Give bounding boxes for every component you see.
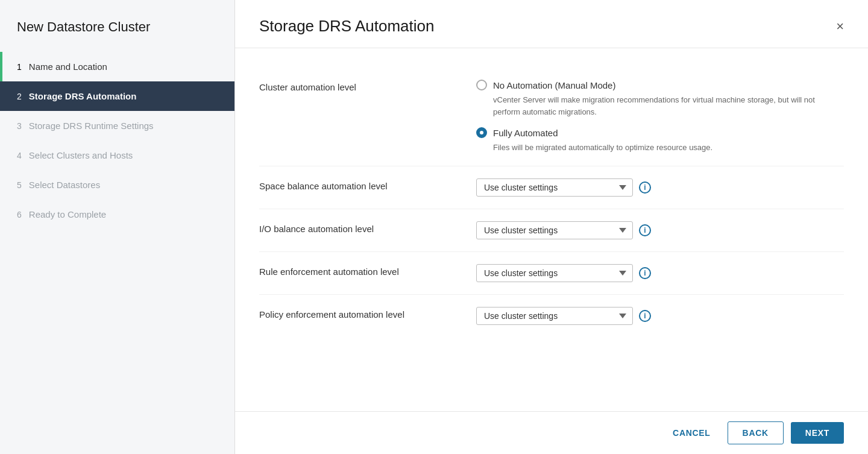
radio-option-fully-automated: Fully Automated Files will be migrated a… <box>476 127 844 154</box>
sidebar-step-6[interactable]: 6 Ready to Complete <box>0 200 234 229</box>
cancel-button[interactable]: CANCEL <box>663 422 720 444</box>
step-6-label: Ready to Complete <box>29 209 106 219</box>
sidebar-step-2[interactable]: 2 Storage DRS Automation <box>0 81 234 111</box>
space-balance-info-icon[interactable]: i <box>639 181 651 194</box>
io-balance-row: I/O balance automation level Use cluster… <box>259 209 844 252</box>
radio-label-row-fully-automated[interactable]: Fully Automated <box>476 127 844 138</box>
step-1-label: Name and Location <box>29 61 107 72</box>
cluster-automation-row: Cluster automation level No Automation (… <box>259 68 844 166</box>
io-balance-control: Use cluster settings No Automation (Manu… <box>476 221 844 239</box>
step-6-number: 6 <box>17 210 22 219</box>
io-balance-info-icon[interactable]: i <box>639 224 651 236</box>
main-panel: Storage DRS Automation × Cluster automat… <box>235 0 868 454</box>
dialog: New Datastore Cluster 1 Name and Locatio… <box>0 0 868 454</box>
policy-enforcement-control: Use cluster settings No Automation (Manu… <box>476 307 844 325</box>
step-1-number: 1 <box>17 62 22 72</box>
step-3-label: Storage DRS Runtime Settings <box>29 121 154 131</box>
radio-fully-automated[interactable] <box>476 127 487 138</box>
policy-enforcement-row: Policy enforcement automation level Use … <box>259 295 844 337</box>
main-footer: CANCEL BACK NEXT <box>235 411 868 454</box>
rule-enforcement-control: Use cluster settings No Automation (Manu… <box>476 264 844 282</box>
rule-enforcement-info-icon[interactable]: i <box>639 267 651 279</box>
space-balance-label: Space balance automation level <box>259 178 476 191</box>
step-3-number: 3 <box>17 121 22 131</box>
step-4-number: 4 <box>17 151 22 160</box>
main-title: Storage DRS Automation <box>259 17 435 36</box>
sidebar: New Datastore Cluster 1 Name and Locatio… <box>0 0 235 454</box>
space-balance-row: Space balance automation level Use clust… <box>259 166 844 209</box>
policy-enforcement-select[interactable]: Use cluster settings No Automation (Manu… <box>476 307 633 325</box>
radio-option-no-automation: No Automation (Manual Mode) vCenter Serv… <box>476 80 844 118</box>
cluster-automation-label: Cluster automation level <box>259 80 476 92</box>
radio-no-automation-desc: vCenter Server will make migration recom… <box>493 94 844 118</box>
sidebar-title: New Datastore Cluster <box>0 0 234 52</box>
policy-enforcement-info-icon[interactable]: i <box>639 310 651 322</box>
main-header: Storage DRS Automation × <box>235 0 868 48</box>
step-2-number: 2 <box>17 92 22 101</box>
next-button[interactable]: NEXT <box>791 422 844 444</box>
sidebar-step-4[interactable]: 4 Select Clusters and Hosts <box>0 140 234 170</box>
sidebar-steps: 1 Name and Location 2 Storage DRS Automa… <box>0 52 234 454</box>
main-body: Cluster automation level No Automation (… <box>235 48 868 411</box>
radio-label-row-no-automation[interactable]: No Automation (Manual Mode) <box>476 80 844 90</box>
io-balance-label: I/O balance automation level <box>259 221 476 234</box>
radio-no-automation[interactable] <box>476 80 487 90</box>
step-2-label: Storage DRS Automation <box>29 91 137 101</box>
sidebar-step-5[interactable]: 5 Select Datastores <box>0 170 234 200</box>
radio-fully-automated-label: Fully Automated <box>493 128 558 138</box>
radio-group: No Automation (Manual Mode) vCenter Serv… <box>476 80 844 154</box>
space-balance-control: Use cluster settings No Automation (Manu… <box>476 178 844 197</box>
radio-fully-automated-desc: Files will be migrated automatically to … <box>493 142 844 154</box>
rule-enforcement-row: Rule enforcement automation level Use cl… <box>259 252 844 295</box>
io-balance-select[interactable]: Use cluster settings No Automation (Manu… <box>476 221 633 239</box>
back-button[interactable]: BACK <box>728 421 784 444</box>
sidebar-step-1[interactable]: 1 Name and Location <box>0 52 234 81</box>
radio-no-automation-label: No Automation (Manual Mode) <box>493 80 615 90</box>
rule-enforcement-label: Rule enforcement automation level <box>259 264 476 277</box>
step-active-indicator <box>0 52 2 81</box>
step-5-label: Select Datastores <box>29 180 100 190</box>
close-button[interactable]: × <box>836 20 844 33</box>
step-4-label: Select Clusters and Hosts <box>29 150 133 160</box>
sidebar-step-3[interactable]: 3 Storage DRS Runtime Settings <box>0 111 234 140</box>
cluster-automation-control: No Automation (Manual Mode) vCenter Serv… <box>476 80 844 154</box>
rule-enforcement-select[interactable]: Use cluster settings No Automation (Manu… <box>476 264 633 282</box>
policy-enforcement-label: Policy enforcement automation level <box>259 307 476 320</box>
space-balance-select[interactable]: Use cluster settings No Automation (Manu… <box>476 178 633 197</box>
step-5-number: 5 <box>17 180 22 190</box>
